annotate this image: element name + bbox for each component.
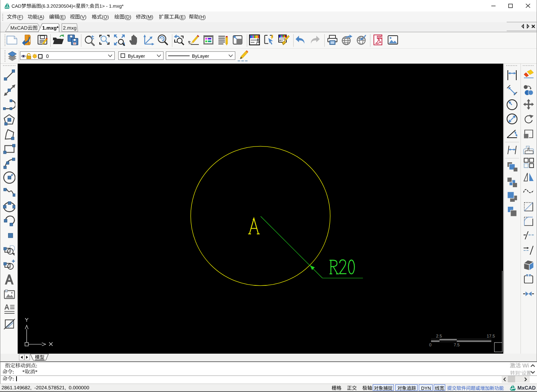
svg-text:7.5: 7.5 — [454, 343, 459, 347]
svg-text:17.5: 17.5 — [487, 334, 495, 338]
svg-text:0: 0 — [429, 343, 431, 347]
svg-text:2.5: 2.5 — [436, 334, 442, 338]
svg-text:PDF: PDF — [377, 36, 382, 39]
